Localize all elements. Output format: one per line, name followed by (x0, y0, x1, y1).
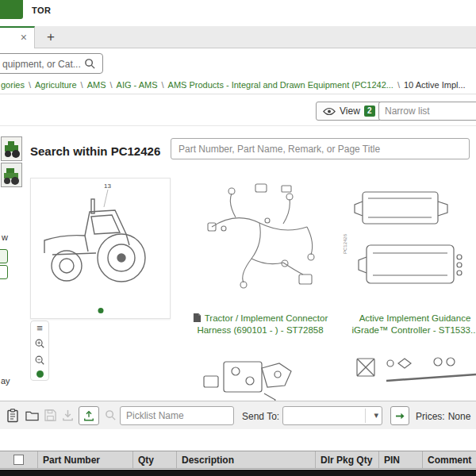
pc-search-heading: Search within PC12426 (30, 144, 160, 158)
document-icon (193, 313, 202, 323)
global-search-input[interactable]: quipment, or Cat... (0, 53, 103, 74)
left-panel-toggle-button[interactable] (0, 249, 8, 263)
app-logo[interactable] (0, 0, 23, 19)
left-panel-toggle-button[interactable] (0, 265, 8, 279)
prices-label-text: Prices: (416, 411, 445, 422)
card-controller-caption[interactable]: Active Implement Guidance iGrade™ Contro… (341, 313, 476, 336)
column-header-part-number[interactable]: Part Number (38, 451, 133, 468)
card-title-line: Tractor / Implement Connector (205, 313, 328, 323)
global-search-text: quipment, or Cat... (2, 59, 81, 70)
zoom-in-icon[interactable] (34, 338, 45, 349)
save-icon[interactable] (44, 409, 56, 421)
breadcrumb-separator: \ (29, 80, 31, 90)
app-header: TOR (0, 0, 476, 26)
send-to-dropdown[interactable]: ▾ (282, 406, 382, 425)
app-window: TOR × + quipment, or Cat... gories \ Agr… (0, 0, 476, 476)
tab-active[interactable]: × (0, 26, 35, 48)
page-thumbnail[interactable] (1, 163, 22, 187)
left-panel-label-fragment: ay (1, 376, 10, 386)
column-header-comment[interactable]: Comment (423, 451, 476, 468)
zoom-out-icon[interactable] (34, 355, 45, 366)
card-harness-image[interactable] (188, 178, 333, 307)
page-thumbnail[interactable] (1, 136, 22, 161)
divider (0, 125, 476, 126)
view-count-badge: 2 (364, 106, 375, 117)
picklist-body (0, 429, 476, 451)
view-button[interactable]: View 2 (316, 102, 382, 121)
breadcrumb-separator: \ (81, 80, 83, 90)
card-title-line: Harness (690101 - ) - ST72858 (197, 325, 323, 335)
folder-open-icon[interactable] (25, 410, 39, 421)
page-indicator-dot[interactable] (98, 308, 103, 313)
card-harness-caption[interactable]: Tractor / Implement Connector Harness (6… (181, 313, 340, 336)
column-header-qty[interactable]: Qty (133, 451, 177, 468)
view-button-label: View (340, 106, 360, 117)
picklist-search-icon[interactable] (105, 409, 117, 421)
breadcrumb-separator: \ (162, 80, 164, 90)
callout-marker: 13 (104, 182, 111, 190)
menu-icon[interactable]: ≡ (36, 324, 43, 333)
left-panel-label-fragment: w (2, 232, 8, 242)
column-header-pin[interactable]: PIN (379, 451, 423, 468)
new-tab-button[interactable]: + (40, 27, 62, 48)
divider (0, 94, 476, 94)
send-arrow-icon (395, 412, 405, 420)
breadcrumb-separator: \ (397, 80, 400, 90)
card-title-line: iGrade™ Controller - ST1533... (351, 325, 476, 335)
chevron-down-icon: ▾ (374, 410, 378, 420)
card-controller-image[interactable]: PC12426 (343, 178, 476, 307)
pc-search-input[interactable] (171, 138, 470, 159)
clipboard-icon[interactable] (6, 409, 19, 423)
zoom-fit-dot-icon[interactable] (36, 370, 44, 378)
controller-line-art (343, 178, 476, 307)
breadcrumb-link-ams[interactable]: AMS (87, 80, 106, 90)
upload-icon (83, 410, 94, 421)
select-all-checkbox[interactable] (13, 455, 24, 465)
bottom-window-edge (0, 470, 476, 476)
parts-table-header: Part Number Qty Description Dlr Pkg Qty … (0, 451, 476, 469)
send-button[interactable] (390, 406, 409, 425)
picklist-name-input[interactable] (120, 406, 234, 425)
column-header-dlr-pkg-qty[interactable]: Dlr Pkg Qty (316, 451, 379, 468)
breadcrumb-link-agriculture[interactable]: Agriculture (35, 80, 77, 90)
breadcrumb-link-ams-products[interactable]: AMS Products - Integral and Drawn Equipm… (168, 80, 393, 90)
breadcrumb-separator: \ (110, 80, 113, 90)
tractor-line-art (31, 178, 170, 305)
breadcrumb-link-aig-ams[interactable]: AIG - AMS (117, 80, 158, 90)
tab-close-icon[interactable]: × (21, 31, 27, 44)
narrow-list-input[interactable] (378, 102, 476, 121)
prices-label: Prices:None (416, 411, 470, 422)
eye-icon (323, 107, 336, 116)
breadcrumb-link-categories[interactable]: gories (1, 80, 25, 90)
download-icon[interactable] (62, 409, 74, 421)
harness-line-art (188, 178, 333, 307)
card-title-line: Active Implement Guidance (359, 313, 471, 323)
send-to-label: Send To: (242, 411, 279, 422)
upload-button[interactable] (79, 406, 99, 425)
page-preview-card[interactable]: 13 (30, 178, 171, 319)
prices-value[interactable]: None (448, 411, 471, 422)
column-header-description[interactable]: Description (177, 451, 316, 468)
app-logo-text: TOR (32, 6, 52, 15)
breadcrumb: gories \ Agriculture \ AMS \ AIG - AMS \… (1, 79, 476, 91)
picklist-toolbar: Send To: ▾ Prices:None (0, 401, 476, 429)
tab-bar: × + (0, 26, 476, 48)
dropdown-divider (365, 409, 366, 423)
zoom-controls: ≡ (30, 321, 49, 381)
breadcrumb-current: 10 Active Impl... (404, 80, 466, 90)
search-icon[interactable] (84, 58, 96, 70)
card-side-label: PC12426 (343, 234, 347, 254)
header-checkbox-cell (0, 451, 38, 468)
